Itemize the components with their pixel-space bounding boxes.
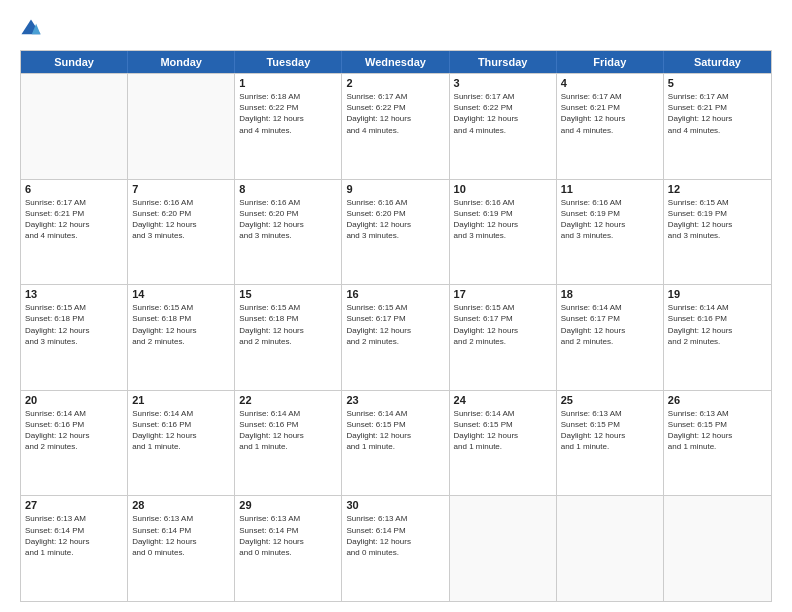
day-info: Sunrise: 6:15 AM Sunset: 6:19 PM Dayligh…	[668, 197, 767, 242]
week-row-2: 6Sunrise: 6:17 AM Sunset: 6:21 PM Daylig…	[21, 179, 771, 285]
day-number: 25	[561, 394, 659, 406]
day-number: 1	[239, 77, 337, 89]
day-info: Sunrise: 6:16 AM Sunset: 6:19 PM Dayligh…	[561, 197, 659, 242]
header-cell-saturday: Saturday	[664, 51, 771, 73]
logo-icon	[20, 18, 42, 40]
page-header	[20, 18, 772, 40]
header-cell-monday: Monday	[128, 51, 235, 73]
day-info: Sunrise: 6:13 AM Sunset: 6:14 PM Dayligh…	[346, 513, 444, 558]
day-info: Sunrise: 6:14 AM Sunset: 6:16 PM Dayligh…	[132, 408, 230, 453]
week-row-1: 1Sunrise: 6:18 AM Sunset: 6:22 PM Daylig…	[21, 73, 771, 179]
cal-cell: 24Sunrise: 6:14 AM Sunset: 6:15 PM Dayli…	[450, 391, 557, 496]
day-number: 30	[346, 499, 444, 511]
cal-cell: 23Sunrise: 6:14 AM Sunset: 6:15 PM Dayli…	[342, 391, 449, 496]
day-number: 10	[454, 183, 552, 195]
day-info: Sunrise: 6:15 AM Sunset: 6:18 PM Dayligh…	[239, 302, 337, 347]
week-row-4: 20Sunrise: 6:14 AM Sunset: 6:16 PM Dayli…	[21, 390, 771, 496]
cal-cell: 25Sunrise: 6:13 AM Sunset: 6:15 PM Dayli…	[557, 391, 664, 496]
week-row-3: 13Sunrise: 6:15 AM Sunset: 6:18 PM Dayli…	[21, 284, 771, 390]
cal-cell: 10Sunrise: 6:16 AM Sunset: 6:19 PM Dayli…	[450, 180, 557, 285]
day-number: 2	[346, 77, 444, 89]
day-number: 8	[239, 183, 337, 195]
day-number: 27	[25, 499, 123, 511]
day-number: 13	[25, 288, 123, 300]
week-row-5: 27Sunrise: 6:13 AM Sunset: 6:14 PM Dayli…	[21, 495, 771, 601]
day-info: Sunrise: 6:13 AM Sunset: 6:15 PM Dayligh…	[561, 408, 659, 453]
day-info: Sunrise: 6:16 AM Sunset: 6:20 PM Dayligh…	[346, 197, 444, 242]
day-number: 26	[668, 394, 767, 406]
cal-cell: 20Sunrise: 6:14 AM Sunset: 6:16 PM Dayli…	[21, 391, 128, 496]
cal-cell	[21, 74, 128, 179]
day-info: Sunrise: 6:17 AM Sunset: 6:21 PM Dayligh…	[668, 91, 767, 136]
header-cell-friday: Friday	[557, 51, 664, 73]
day-info: Sunrise: 6:13 AM Sunset: 6:14 PM Dayligh…	[25, 513, 123, 558]
day-info: Sunrise: 6:14 AM Sunset: 6:17 PM Dayligh…	[561, 302, 659, 347]
day-number: 12	[668, 183, 767, 195]
day-number: 3	[454, 77, 552, 89]
calendar-header: SundayMondayTuesdayWednesdayThursdayFrid…	[21, 51, 771, 73]
day-info: Sunrise: 6:16 AM Sunset: 6:19 PM Dayligh…	[454, 197, 552, 242]
day-number: 21	[132, 394, 230, 406]
cal-cell: 5Sunrise: 6:17 AM Sunset: 6:21 PM Daylig…	[664, 74, 771, 179]
cal-cell: 2Sunrise: 6:17 AM Sunset: 6:22 PM Daylig…	[342, 74, 449, 179]
day-info: Sunrise: 6:14 AM Sunset: 6:15 PM Dayligh…	[346, 408, 444, 453]
cal-cell: 4Sunrise: 6:17 AM Sunset: 6:21 PM Daylig…	[557, 74, 664, 179]
calendar-body: 1Sunrise: 6:18 AM Sunset: 6:22 PM Daylig…	[21, 73, 771, 601]
day-number: 6	[25, 183, 123, 195]
calendar: SundayMondayTuesdayWednesdayThursdayFrid…	[20, 50, 772, 602]
cal-cell: 18Sunrise: 6:14 AM Sunset: 6:17 PM Dayli…	[557, 285, 664, 390]
cal-cell: 3Sunrise: 6:17 AM Sunset: 6:22 PM Daylig…	[450, 74, 557, 179]
day-info: Sunrise: 6:13 AM Sunset: 6:14 PM Dayligh…	[132, 513, 230, 558]
cal-cell: 13Sunrise: 6:15 AM Sunset: 6:18 PM Dayli…	[21, 285, 128, 390]
day-number: 18	[561, 288, 659, 300]
day-number: 7	[132, 183, 230, 195]
header-cell-wednesday: Wednesday	[342, 51, 449, 73]
day-info: Sunrise: 6:14 AM Sunset: 6:16 PM Dayligh…	[239, 408, 337, 453]
cal-cell: 28Sunrise: 6:13 AM Sunset: 6:14 PM Dayli…	[128, 496, 235, 601]
cal-cell: 14Sunrise: 6:15 AM Sunset: 6:18 PM Dayli…	[128, 285, 235, 390]
cal-cell: 8Sunrise: 6:16 AM Sunset: 6:20 PM Daylig…	[235, 180, 342, 285]
day-info: Sunrise: 6:17 AM Sunset: 6:22 PM Dayligh…	[454, 91, 552, 136]
day-info: Sunrise: 6:15 AM Sunset: 6:17 PM Dayligh…	[346, 302, 444, 347]
day-info: Sunrise: 6:17 AM Sunset: 6:21 PM Dayligh…	[561, 91, 659, 136]
day-info: Sunrise: 6:13 AM Sunset: 6:15 PM Dayligh…	[668, 408, 767, 453]
day-info: Sunrise: 6:17 AM Sunset: 6:22 PM Dayligh…	[346, 91, 444, 136]
day-info: Sunrise: 6:18 AM Sunset: 6:22 PM Dayligh…	[239, 91, 337, 136]
cal-cell: 16Sunrise: 6:15 AM Sunset: 6:17 PM Dayli…	[342, 285, 449, 390]
day-number: 19	[668, 288, 767, 300]
day-info: Sunrise: 6:16 AM Sunset: 6:20 PM Dayligh…	[239, 197, 337, 242]
cal-cell: 7Sunrise: 6:16 AM Sunset: 6:20 PM Daylig…	[128, 180, 235, 285]
day-number: 22	[239, 394, 337, 406]
cal-cell: 30Sunrise: 6:13 AM Sunset: 6:14 PM Dayli…	[342, 496, 449, 601]
day-number: 28	[132, 499, 230, 511]
cal-cell: 12Sunrise: 6:15 AM Sunset: 6:19 PM Dayli…	[664, 180, 771, 285]
day-number: 4	[561, 77, 659, 89]
cal-cell	[557, 496, 664, 601]
cal-cell: 29Sunrise: 6:13 AM Sunset: 6:14 PM Dayli…	[235, 496, 342, 601]
day-info: Sunrise: 6:14 AM Sunset: 6:15 PM Dayligh…	[454, 408, 552, 453]
logo	[20, 18, 46, 40]
day-info: Sunrise: 6:15 AM Sunset: 6:17 PM Dayligh…	[454, 302, 552, 347]
cal-cell: 27Sunrise: 6:13 AM Sunset: 6:14 PM Dayli…	[21, 496, 128, 601]
day-number: 16	[346, 288, 444, 300]
day-number: 11	[561, 183, 659, 195]
cal-cell	[128, 74, 235, 179]
day-info: Sunrise: 6:14 AM Sunset: 6:16 PM Dayligh…	[668, 302, 767, 347]
day-number: 24	[454, 394, 552, 406]
day-info: Sunrise: 6:15 AM Sunset: 6:18 PM Dayligh…	[132, 302, 230, 347]
day-info: Sunrise: 6:17 AM Sunset: 6:21 PM Dayligh…	[25, 197, 123, 242]
day-info: Sunrise: 6:16 AM Sunset: 6:20 PM Dayligh…	[132, 197, 230, 242]
day-number: 20	[25, 394, 123, 406]
day-info: Sunrise: 6:13 AM Sunset: 6:14 PM Dayligh…	[239, 513, 337, 558]
day-number: 9	[346, 183, 444, 195]
cal-cell: 11Sunrise: 6:16 AM Sunset: 6:19 PM Dayli…	[557, 180, 664, 285]
cal-cell: 26Sunrise: 6:13 AM Sunset: 6:15 PM Dayli…	[664, 391, 771, 496]
cal-cell: 22Sunrise: 6:14 AM Sunset: 6:16 PM Dayli…	[235, 391, 342, 496]
cal-cell: 21Sunrise: 6:14 AM Sunset: 6:16 PM Dayli…	[128, 391, 235, 496]
header-cell-tuesday: Tuesday	[235, 51, 342, 73]
day-info: Sunrise: 6:14 AM Sunset: 6:16 PM Dayligh…	[25, 408, 123, 453]
cal-cell: 15Sunrise: 6:15 AM Sunset: 6:18 PM Dayli…	[235, 285, 342, 390]
day-number: 14	[132, 288, 230, 300]
cal-cell	[664, 496, 771, 601]
day-info: Sunrise: 6:15 AM Sunset: 6:18 PM Dayligh…	[25, 302, 123, 347]
